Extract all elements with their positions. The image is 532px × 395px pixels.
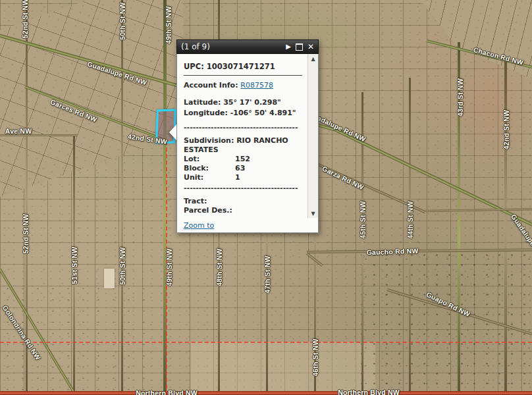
next-result-icon[interactable]: ▶: [286, 43, 291, 50]
popup-footer: Zoom to: [177, 220, 318, 232]
street-label: 46th St NW: [311, 338, 319, 376]
latitude-row: Latitude: 35° 17' 0.298": [184, 98, 302, 107]
street-label: 49th St NW: [165, 248, 173, 286]
popup-content: UPC: 1003071471271 Account Info: R087578…: [177, 54, 318, 220]
street-label: 51st St NW: [70, 247, 78, 284]
dashed-separator: --------------------------------------: [184, 184, 302, 193]
street-label: 42nd St NW: [502, 110, 510, 149]
street-label: 52nd St NW: [22, 214, 30, 253]
scroll-down-icon[interactable]: ▼: [308, 209, 318, 218]
building-structure: [104, 269, 115, 288]
street-label: 50th St NW: [119, 2, 126, 40]
map-viewer: 52nd St NW50th St NW49th St NWGuadalupe …: [0, 0, 532, 395]
longitude-row: Longitude: -106° 50' 4.891": [184, 109, 302, 118]
divider: [184, 75, 302, 76]
popup-scrollbar[interactable]: ▲ ▼: [307, 54, 318, 218]
street-label: 44th St NW: [406, 201, 414, 238]
account-link[interactable]: R087578: [240, 81, 273, 90]
street-label: 45th St NW: [359, 201, 367, 238]
subdivision-row: Subdivision: RIO RANCHO ESTATES: [184, 136, 302, 155]
street-label: 49th St NW: [165, 6, 173, 43]
street-label: 48th St NW: [215, 248, 223, 286]
longitude-value: -106° 50' 4.891": [230, 109, 296, 117]
street-label: Ave NW: [5, 127, 32, 135]
block-row: Block:63: [184, 164, 302, 173]
street-label: 50th St NW: [119, 247, 126, 284]
parcel-des-row: Parcel Des.:: [184, 206, 302, 215]
street-label: Northern Blvd NW: [338, 388, 400, 395]
scroll-up-icon[interactable]: ▲: [308, 54, 318, 63]
popup-titlebar[interactable]: (1 of 9) ▶ ✕: [176, 40, 319, 54]
street-label: 43rd St NW: [456, 78, 464, 117]
zoom-to-link[interactable]: Zoom to: [184, 221, 214, 230]
close-icon[interactable]: ✕: [307, 43, 314, 51]
unit-value: 1: [235, 173, 240, 182]
dashed-separator: --------------------------------------: [184, 123, 302, 132]
popup-result-count: (1 of 9): [181, 42, 281, 51]
section-line-horizontal: [0, 342, 532, 343]
tract-row: Tract:: [184, 197, 302, 206]
road-50th-st: [121, 0, 123, 395]
street-label: 52nd St NW: [21, 0, 29, 38]
parcel-info-popup: (1 of 9) ▶ ✕ UPC: 1003071471271 Account …: [176, 40, 319, 233]
lot-value: 152: [235, 155, 250, 164]
unit-row: Unit:1: [184, 173, 302, 182]
account-info-row: Account Info: R087578: [184, 81, 302, 90]
road-northern-blvd: [0, 391, 532, 395]
maximize-icon[interactable]: [296, 43, 303, 51]
upc-value: UPC: 1003071471271: [184, 62, 302, 71]
popup-body: UPC: 1003071471271 Account Info: R087578…: [176, 54, 319, 233]
street-label: Northern Blvd NW: [136, 389, 198, 395]
block-value: 63: [235, 164, 245, 173]
lot-row: Lot:152: [184, 155, 302, 164]
latitude-value: 35° 17' 0.298": [223, 98, 281, 107]
street-label: 47th St NW: [263, 255, 271, 293]
